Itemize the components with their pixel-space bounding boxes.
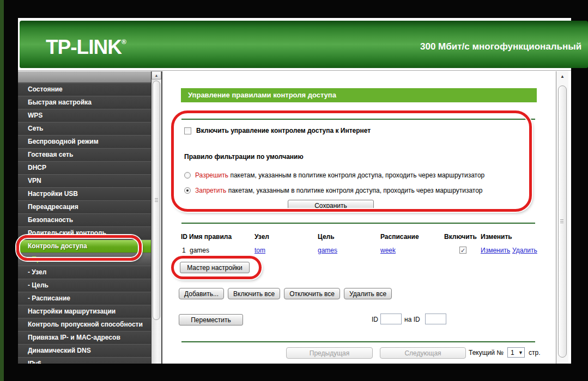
allow-radio-label: Разрешить пакетам, указанным в политике …: [195, 171, 484, 179]
move-from-label: ID: [372, 316, 378, 323]
sidebar-item-quick-setup[interactable]: Быстрая настройка: [18, 96, 151, 109]
main-scroll-up-icon[interactable]: ▲: [557, 73, 567, 79]
sidebar-item-ipv6[interactable]: IPv6: [18, 357, 151, 364]
enable-access-control-label: Включить управление контролем доступа к …: [196, 127, 371, 134]
enable-access-control-checkbox[interactable]: [184, 127, 191, 134]
sidebar-item-dhcp[interactable]: DHCP: [18, 161, 151, 174]
section-divider-bottom: [181, 341, 535, 342]
main-scrollbar[interactable]: ▲: [556, 71, 568, 364]
default-filter-rule-label: Правило фильтрации по умолчанию: [184, 153, 304, 161]
sidebar-item-vpn[interactable]: VPN: [18, 174, 151, 187]
sidebar-menu: СостояниеБыстрая настройкаWPSСетьБеспров…: [18, 71, 151, 364]
col-header-modify: Изменить: [481, 233, 512, 241]
allow-rest: пакетам, указанным в политике контроля д…: [228, 171, 484, 179]
sidebar-item-ddns[interactable]: Динамический DNS: [18, 344, 151, 357]
next-page-button[interactable]: Следующая: [380, 347, 466, 359]
schedule-link[interactable]: week: [380, 247, 396, 254]
sidebar-scrollbar-thumb[interactable]: [153, 81, 160, 320]
move-from-input[interactable]: [380, 314, 402, 324]
desktop-edge-strip: [0, 0, 4, 381]
sidebar-item-parental-control[interactable]: Родительский контроль: [18, 226, 151, 239]
col-header-host: Узел: [254, 233, 269, 241]
deny-radio[interactable]: [184, 187, 191, 194]
save-button[interactable]: Сохранить: [288, 200, 374, 212]
registered-mark: ®: [122, 38, 126, 46]
action-buttons-row: Добавить...Включить всеОтключить всеУдал…: [179, 288, 392, 299]
sidebar-item-security[interactable]: Безопасность: [18, 213, 151, 226]
prev-page-button[interactable]: Предыдущая: [286, 347, 373, 359]
sidebar-item-access-control[interactable]: Контроль доступа: [18, 239, 151, 253]
section-divider-top: [181, 119, 535, 120]
host-link[interactable]: tom: [254, 247, 265, 254]
deny-radio-label: Запретить пакетам, указанным в политике …: [195, 187, 483, 194]
sidebar-top-band: [18, 71, 151, 83]
rule-enabled-checkbox[interactable]: [459, 247, 466, 254]
deny-rest: пакетам, указанным в политике контроля д…: [226, 187, 482, 194]
page-select-value: 1: [511, 349, 514, 357]
move-to-label: на ID: [404, 316, 420, 323]
sidebar-item-wps[interactable]: WPS: [18, 109, 151, 122]
sidebar-item-status[interactable]: Состояние: [18, 83, 151, 96]
wizard-button[interactable]: Мастер настройки: [180, 262, 250, 273]
annotation-settings-box: [171, 110, 532, 212]
target-link[interactable]: games: [318, 247, 337, 254]
sidebar-item-rule[interactable]: - Правило: [18, 253, 151, 266]
deny-keyword: Запретить: [195, 187, 226, 194]
page-suffix-label: стр.: [529, 349, 541, 357]
scrollbar-grip-icon: [155, 198, 158, 202]
sidebar-item-ip-mac-binding[interactable]: Привязка IP- и MAC-адресов: [18, 331, 151, 344]
sidebar-item-wireless[interactable]: Беспроводной режим: [18, 135, 151, 148]
edit-link[interactable]: Изменить: [481, 247, 510, 254]
sidebar-item-bandwidth-control[interactable]: Контроль пропускной способности: [18, 318, 151, 331]
current-page-label: Текущий №: [469, 349, 504, 357]
enable-all-button[interactable]: Включить все: [228, 288, 280, 299]
allow-radio-row: Разрешить пакетам, указанным в политике …: [184, 171, 484, 179]
add-button[interactable]: Добавить...: [179, 288, 224, 299]
col-header-target: Цель: [318, 233, 335, 241]
main-content: Управление правилами контроля доступа Вк…: [162, 71, 556, 364]
screenshot-root: TP-LINK® 300 Мбит/с многофункциональный …: [0, 0, 588, 381]
chevron-down-icon: ▼: [518, 350, 523, 355]
deny-radio-row: Запретить пакетам, указанным в политике …: [184, 187, 483, 194]
col-header-enable: Включить: [444, 233, 477, 241]
delete-all-button[interactable]: Удалить все: [344, 288, 392, 299]
main-scrollbar-thumb[interactable]: [558, 85, 567, 358]
sidebar-item-usb-settings[interactable]: Настройки USB: [18, 187, 151, 200]
move-button[interactable]: Переместить: [179, 314, 243, 325]
col-header-name: Имя правила: [189, 233, 232, 241]
page-select[interactable]: 1 ▼: [507, 347, 525, 358]
rule-id: 1: [182, 247, 186, 254]
sidebar-item-network[interactable]: Сеть: [18, 122, 151, 135]
col-header-schedule: Расписание: [380, 233, 419, 241]
scrollbar-grip-icon: [560, 219, 563, 224]
tplink-logo: TP-LINK®: [46, 36, 126, 59]
allow-radio[interactable]: [184, 172, 191, 179]
app-header: TP-LINK® 300 Мбит/с многофункциональный: [20, 21, 588, 68]
router-model-tagline: 300 Мбит/с многофункциональный: [420, 41, 581, 52]
sidebar-item-routing[interactable]: Настройки маршрутизации: [18, 305, 151, 318]
enable-access-control-row: Включить управление контролем доступа к …: [184, 127, 371, 134]
sidebar-item-schedule[interactable]: - Расписание: [18, 292, 151, 305]
sidebar-scroll-up-icon[interactable]: ▲: [151, 71, 161, 79]
tplink-logo-text: TP-LINK: [46, 36, 122, 58]
col-header-id: ID: [181, 233, 187, 241]
sidebar-item-guest-network[interactable]: Гостевая сеть: [18, 148, 151, 161]
sidebar-scrollbar[interactable]: ▲: [151, 71, 161, 364]
disable-all-button[interactable]: Отключить все: [284, 288, 340, 299]
rule-name: games: [190, 247, 209, 254]
sidebar-item-forwarding[interactable]: Переадресация: [18, 200, 151, 213]
move-to-input[interactable]: [425, 314, 446, 324]
allow-keyword: Разрешить: [195, 171, 228, 179]
table-header-row: ID Имя правила Узел Цель Расписание Вклю…: [162, 233, 549, 244]
header-divider: [18, 70, 571, 71]
sidebar-item-target[interactable]: - Цель: [18, 279, 151, 292]
table-row: 1 games tom games week Изменить Удалить: [162, 247, 549, 257]
delete-link[interactable]: Удалить: [512, 247, 537, 254]
section-divider-middle: [181, 223, 535, 224]
sidebar-item-host[interactable]: - Узел: [18, 266, 151, 279]
page-title: Управление правилами контроля доступа: [181, 88, 537, 102]
